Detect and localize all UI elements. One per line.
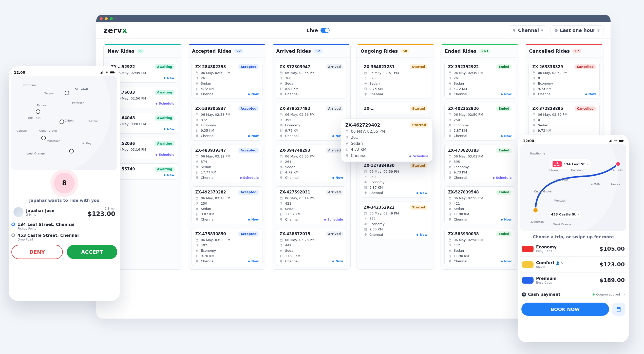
car-icon [279,207,283,211]
rup-icon [279,118,283,122]
ride-card[interactable]: ZX-364823281Started06 May, 02:51 PM395Se… [360,61,431,99]
road-icon [448,171,452,174]
drop-pin-icon [11,233,15,237]
location-value: Chennai [518,28,539,33]
rup-icon [448,244,452,247]
status-pill: Started [410,106,427,111]
car-icon [532,124,536,127]
ride-card[interactable]: ZX-378527492Arrived06 May, 02:56 PM395Ec… [276,103,347,141]
trip-price: $105.00 [599,246,625,252]
cal-icon [532,71,536,75]
phone-statusbar: 12:00 [520,137,626,144]
ride-id: ZX-284802393 [195,65,226,69]
floating-card[interactable]: ZX-462729402 Started 06 May, 02:55 PM 26… [341,119,433,162]
loc-icon [448,218,452,221]
schedule-button[interactable] [612,303,625,316]
status-pill: Ended [496,148,512,153]
rup-icon [195,76,199,80]
window-max-dot[interactable] [110,17,113,20]
svg-rect-2 [619,140,623,142]
road-icon [279,87,283,91]
ride-card[interactable]: ZX-…Started [360,103,431,114]
deny-button[interactable]: DENY [11,245,63,259]
live-label: Live [306,27,318,33]
window-min-dot[interactable] [105,17,108,20]
column-title: Arrived Rides [276,48,311,54]
cal-icon [448,196,452,200]
column-arrived[interactable]: Arrived Rides12ZX-372303947Arrived06 May… [272,44,351,270]
chevron-down-icon: ▾ [597,28,600,33]
rupee-icon [345,136,349,139]
road-icon [195,87,199,91]
rup-icon [364,217,367,221]
payment-row[interactable]: $Cash payment Coupon applied› [520,288,626,301]
ride-card[interactable]: ZX-284802393Accepted06 May, 02:50 PM261S… [192,61,263,99]
ride-id: ZX-342352922 [364,205,394,210]
ride-id: ZX-… [364,106,374,111]
ride-card[interactable]: ZX-492370282Accepted06 May, 03:18 PM250S… [192,186,263,224]
rup-icon [195,118,199,122]
loc-icon [279,134,283,138]
road-icon [279,212,283,216]
loc-icon [448,92,452,96]
ride-card[interactable]: ZX-402352926Ended06 May, 02:50 PM250Econ… [444,103,516,141]
ride-id: ZX-378527492 [279,106,310,111]
car-icon [522,246,534,252]
ride-card[interactable]: ZX-372303947Arrived06 May, 02:53 PM360Se… [276,61,347,99]
drop-chip[interactable]: 453 Castle St › [548,211,582,218]
accept-button[interactable]: ACCEPT [67,245,117,259]
ride-card[interactable]: ZX-473820383Ended06 May, 03:01 PM395Econ… [444,145,516,182]
rup-icon [279,202,283,205]
ride-card[interactable]: ZX-438672015Arrived06 May, 03:23 PM442Se… [276,228,347,266]
pickup-chip[interactable]: 3mins 134 Leaf St › [550,159,591,169]
cal-icon [279,71,283,75]
time-value: Last one hour [560,28,595,33]
status-pill: Awaiting [155,90,175,95]
ride-card[interactable]: ZX-392352922Ended06 May, 02:49 PM261Seda… [444,61,516,99]
road-icon [195,171,199,174]
location-filter[interactable]: Chennai ▾ [509,25,547,35]
ride-card[interactable]: ZX-427592031Arrived06 May, 03:14 PM421Se… [276,186,347,224]
trips-list[interactable]: EconomyBusy Cabs$105.00Comfort 👤 506.20$… [520,241,626,288]
coupon-chip: Coupon applied› [593,293,625,296]
road-icon [195,212,199,216]
ride-card[interactable]: ZX-483939347Accepted06 May, 03:12 PM574S… [192,145,263,182]
pickup-chip-label: 134 Leaf St [564,162,585,166]
time-filter[interactable]: Last one hour ▾ [551,25,603,35]
status-pill: Started [410,64,427,69]
column-title: Ongoing Rides [361,48,398,54]
road-icon [195,254,199,258]
ride-card[interactable]: ZX-539305837Accepted06 May, 02:58 PM372E… [192,103,263,141]
ride-card[interactable]: ZX-263838329Cancelled06 May, 02:52 PM0Ec… [528,61,600,99]
trip-option[interactable]: PremiumBusy Cabs$189.00 [520,272,626,288]
cash-icon: $ [522,292,526,297]
ride-card[interactable]: ZX-527839548Ended06 May, 02:55 PM421Seda… [444,186,516,224]
column-count: 27 [234,49,243,53]
ride-card[interactable]: ZX-475830850Accepted06 May, 03:20 PM402E… [192,228,263,266]
loc-icon [364,92,367,96]
loc-icon [279,260,283,263]
float-status-pill: Started [410,122,428,128]
column-ended[interactable]: Ended Rides263ZX-392352922Ended06 May, 0… [441,44,519,270]
phone-map[interactable]: 3mins 134 Leaf St › 453 Castle St › Hawt… [520,144,626,231]
phone-map[interactable]: Hawthorne Wayne Fair Lawn Totowa Paterso… [11,76,117,170]
column-title: Accepted Rides [192,48,232,54]
book-now-button[interactable]: BOOK NOW [521,303,609,316]
car-icon [448,165,452,169]
ride-card[interactable]: ZX-342352922Started06 May, 02:49 PM372Ec… [360,202,431,239]
status-pill: Accepted [238,190,259,195]
svg-rect-1 [114,72,115,73]
live-toggle[interactable] [320,28,330,33]
ride-id: ZX-263838329 [532,65,563,69]
pickup-row: 134 Leaf Street, Chennai Pickup Point [11,222,117,230]
loc-icon [195,260,199,263]
cal-icon [532,113,536,116]
loc-icon [195,92,199,96]
ride-card[interactable]: ZX-394748293Arrived06 May, 03:03 PM261Se… [276,145,347,182]
trip-option[interactable]: Comfort 👤 506.20$123.00 [520,257,626,272]
trip-option[interactable]: EconomyBusy Cabs$105.00 [520,241,626,257]
column-accepted[interactable]: Accepted Rides27ZX-284802393Accepted06 M… [188,44,267,270]
ride-card[interactable]: ZX-583930038Ended06 May, 02:58 PM442Seda… [444,228,516,266]
ride-card[interactable]: ZX-127384930Started06 May, 02:59 PM250Ec… [360,160,431,198]
window-close-dot[interactable] [100,17,103,20]
